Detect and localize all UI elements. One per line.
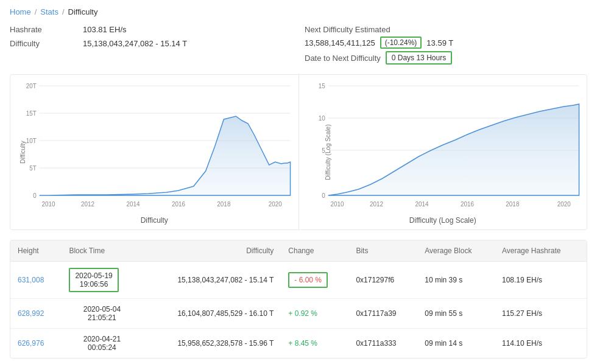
- hashrate-item: Hashrate 103.81 EH/s: [10, 25, 298, 34]
- difficulty-table: Height Block Time Difficulty Change Bits…: [10, 240, 587, 359]
- svg-text:2020: 2020: [557, 201, 571, 208]
- next-diff-label: Next Difficulty Estimated: [305, 25, 587, 34]
- hashrate-label: Hashrate: [10, 25, 83, 34]
- next-diff-row: 13,588,145,411,125 (-10.24%) 13.59 T: [305, 37, 587, 49]
- breadcrumb-sep-2: /: [62, 7, 65, 16]
- svg-marker-16: [40, 116, 291, 195]
- date-next-label: Date to Next Difficulty: [305, 54, 381, 63]
- chart-right-svg: 15 10 5 0 2010 2012 2014 2016 2018 2020: [304, 80, 582, 214]
- chart-left-svg: 20T 15T 10T 5T 0 2010 2012 2014 2016 201…: [15, 80, 294, 214]
- svg-text:2010: 2010: [42, 201, 56, 208]
- col-bits: Bits: [348, 240, 417, 262]
- cell-height[interactable]: 631,008: [10, 262, 62, 299]
- col-change: Change: [281, 240, 348, 262]
- cell-bits: 0x17117a39: [348, 299, 417, 329]
- cell-bits: 0x1711a333: [348, 329, 417, 359]
- svg-text:2010: 2010: [330, 201, 344, 208]
- next-diff-change-badge: (-10.24%): [380, 37, 422, 49]
- cell-bits: 0x171297f6: [348, 262, 417, 299]
- col-avg-block: Average Block: [417, 240, 495, 262]
- chart-left-y-label: Difficulty: [19, 141, 26, 164]
- table-row: 631,0082020-05-19 19:06:5615,138,043,247…: [10, 262, 587, 299]
- svg-text:2016: 2016: [172, 201, 186, 208]
- stats-row: Hashrate 103.81 EH/s Difficulty 15,138,0…: [10, 25, 587, 65]
- table-row: 628,9922020-05-04 21:05:2116,104,807,485…: [10, 299, 587, 329]
- cell-difficulty: 16,104,807,485,529 - 16.10 T: [142, 299, 281, 329]
- breadcrumb-sep-1: /: [35, 7, 37, 16]
- cell-avg-hashrate: 114.10 EH/s: [495, 329, 587, 359]
- change-highlighted: - 6.00 %: [288, 272, 328, 288]
- svg-text:2014: 2014: [126, 201, 140, 208]
- hashrate-value: 103.81 EH/s: [83, 25, 127, 34]
- svg-text:15: 15: [318, 83, 325, 89]
- svg-text:2016: 2016: [460, 201, 474, 208]
- cell-avg-block: 10 min 39 s: [417, 262, 495, 299]
- svg-text:5T: 5T: [29, 165, 37, 172]
- cell-change: + 0.92 %: [281, 299, 348, 329]
- svg-text:2012: 2012: [81, 201, 95, 208]
- cell-block-time: 2020-04-21 00:05:24: [62, 329, 142, 359]
- days-hours-badge: 0 Days 13 Hours: [386, 51, 452, 65]
- next-diff-number: 13,588,145,411,125: [305, 38, 375, 47]
- svg-text:15T: 15T: [26, 110, 37, 117]
- cell-block-time: 2020-05-19 19:06:56: [62, 262, 142, 299]
- stats-left: Hashrate 103.81 EH/s Difficulty 15,138,0…: [10, 25, 298, 65]
- next-difficulty-section: Next Difficulty Estimated 13,588,145,411…: [298, 25, 587, 65]
- difficulty-label: Difficulty: [10, 39, 83, 48]
- difficulty-value: 15,138,043,247,082 - 15.14 T: [83, 39, 187, 48]
- chart-left-title: Difficulty: [15, 216, 294, 225]
- table-header-row: Height Block Time Difficulty Change Bits…: [10, 240, 587, 262]
- svg-text:2018: 2018: [217, 201, 231, 208]
- col-avg-hashrate: Average Hashrate: [495, 240, 587, 262]
- chart-difficulty-log: Difficulty (Log Scale) 15 10 5 0 2010 20…: [298, 75, 587, 229]
- stats-right: Next Difficulty Estimated 13,588,145,411…: [298, 25, 587, 65]
- svg-text:10: 10: [318, 115, 325, 122]
- chart-right-title: Difficulty (Log Scale): [304, 216, 582, 225]
- cell-block-time: 2020-05-04 21:05:21: [62, 299, 142, 329]
- svg-text:20T: 20T: [26, 83, 37, 89]
- svg-text:2020: 2020: [269, 201, 283, 208]
- cell-change: - 6.00 %: [281, 262, 348, 299]
- cell-change: + 8.45 %: [281, 329, 348, 359]
- cell-avg-hashrate: 115.27 EH/s: [495, 299, 587, 329]
- svg-text:10T: 10T: [26, 138, 37, 144]
- cell-avg-block: 09 min 14 s: [417, 329, 495, 359]
- col-block-time: Block Time: [62, 240, 142, 262]
- charts-row: Difficulty 20T 15T 10T 5T 0 2010: [10, 74, 587, 230]
- next-diff-value-t: 13.59 T: [426, 38, 453, 47]
- date-next-row: Date to Next Difficulty 0 Days 13 Hours: [305, 51, 587, 65]
- svg-text:0: 0: [33, 192, 37, 199]
- cell-height[interactable]: 626,976: [10, 329, 62, 359]
- chart-right-y-label: Difficulty (Log Scale): [325, 124, 331, 180]
- breadcrumb: Home / Stats / Difficulty: [10, 7, 587, 16]
- col-height: Height: [10, 240, 62, 262]
- svg-text:2018: 2018: [506, 201, 520, 208]
- breadcrumb-current: Difficulty: [68, 7, 98, 16]
- page-container: Home / Stats / Difficulty Hashrate 103.8…: [0, 0, 597, 364]
- cell-avg-block: 09 min 55 s: [417, 299, 495, 329]
- breadcrumb-home[interactable]: Home: [10, 7, 31, 16]
- difficulty-item: Difficulty 15,138,043,247,082 - 15.14 T: [10, 39, 298, 48]
- cell-avg-hashrate: 108.19 EH/s: [495, 262, 587, 299]
- svg-text:0: 0: [322, 192, 325, 199]
- svg-text:2012: 2012: [370, 201, 384, 208]
- col-difficulty: Difficulty: [142, 240, 281, 262]
- cell-difficulty: 15,958,652,328,578 - 15.96 T: [142, 329, 281, 359]
- breadcrumb-stats[interactable]: Stats: [40, 7, 58, 16]
- table-row: 626,9762020-04-21 00:05:2415,958,652,328…: [10, 329, 587, 359]
- cell-difficulty: 15,138,043,247,082 - 15.14 T: [142, 262, 281, 299]
- cell-height[interactable]: 628,992: [10, 299, 62, 329]
- block-time-highlighted: 2020-05-19 19:06:56: [69, 268, 118, 292]
- chart-difficulty: Difficulty 20T 15T 10T 5T 0 2010: [10, 75, 298, 229]
- svg-text:2014: 2014: [415, 201, 429, 208]
